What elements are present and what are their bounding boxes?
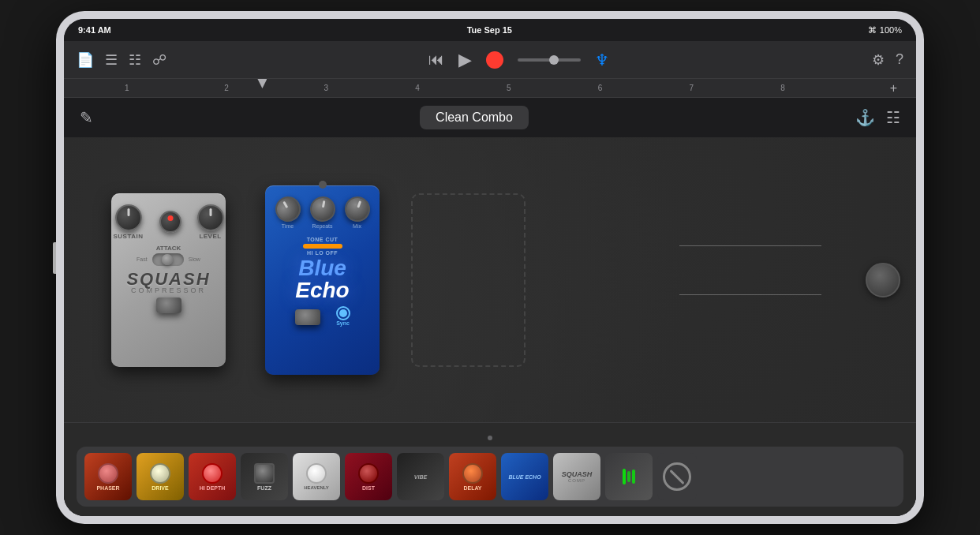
fx-preset-name-container[interactable]: Clean Combo [420, 106, 529, 129]
echo-knobs-row: Time Repeats Mix [275, 196, 370, 229]
ruler-mark-3: 3 [324, 84, 329, 92]
sustain-knob-group: SUSTAIN [113, 204, 143, 240]
echo-name-echo: Echo [295, 278, 349, 302]
tray-pedal-1[interactable]: PHASER [84, 453, 132, 500]
dot-indicator [159, 211, 181, 233]
squash-sub-text: COMPRESSOR [126, 286, 210, 294]
document-icon[interactable]: 📄 [77, 51, 94, 69]
tray-pedal-8[interactable]: DELAY [449, 453, 496, 500]
time-label: Time [282, 223, 294, 229]
tray-pedals-container: PHASER DRIVE HI DEPTH [77, 447, 903, 507]
sync-indicator [336, 306, 350, 320]
level-knob[interactable] [197, 204, 224, 231]
squash-brand-name: SQUASH COMPRESSOR [126, 271, 210, 294]
home-button[interactable] [866, 263, 900, 297]
tray-no-fx-button[interactable] [657, 453, 697, 500]
status-right: ⌘ 100% [868, 25, 902, 36]
echo-sync-group: Sync [336, 306, 350, 326]
rewind-button[interactable]: ⏮ [428, 51, 444, 69]
mix-knob[interactable] [341, 193, 373, 225]
pencil-icon[interactable]: ✎ [80, 108, 93, 127]
time-knob[interactable] [271, 192, 305, 226]
tray-indicator-dot [77, 429, 903, 443]
tray-pedal-6[interactable]: DIST [345, 453, 392, 500]
eq-icon[interactable]: ☍ [152, 51, 166, 69]
side-button[interactable] [53, 242, 56, 274]
repeats-label: Repeats [312, 223, 332, 229]
squash-text: SQUASH [126, 271, 210, 288]
echo-footswitch[interactable] [295, 309, 320, 325]
tray-pedal-9[interactable]: BLUE ECHO [501, 453, 548, 500]
status-date: Tue Sep 15 [467, 25, 512, 35]
attack-slider-thumb [162, 254, 173, 265]
attack-label: ATTACK [156, 245, 181, 252]
echo-name-blue: Blue [298, 256, 346, 280]
playhead [257, 79, 267, 88]
repeats-knob[interactable] [308, 194, 337, 223]
ruler-mark-8: 8 [780, 84, 785, 92]
sustain-label: SUSTAIN [113, 233, 143, 240]
tray-pedal-11[interactable] [605, 453, 653, 500]
sync-label: Sync [336, 320, 350, 326]
tray-pedal-7[interactable]: VIBE [397, 453, 444, 500]
help-icon[interactable]: ? [896, 51, 903, 68]
fx-header-right: ⚓ ☷ [855, 108, 900, 127]
sustain-knob[interactable] [115, 204, 142, 231]
add-track-button[interactable]: + [890, 81, 897, 95]
metronome-icon[interactable]: ♆ [595, 51, 609, 69]
tray-pedal-5[interactable]: HEAVENLY [293, 453, 340, 500]
slow-label: Slow [189, 256, 200, 262]
fx-header-left: ✎ [80, 108, 93, 127]
squash-footswitch[interactable] [156, 297, 181, 313]
fast-label: Fast [137, 256, 148, 262]
mixer-icon[interactable]: ☷ [129, 51, 141, 69]
toolbar-right: ⚙ ? [872, 51, 903, 69]
repeats-knob-group: Repeats [310, 196, 335, 229]
status-time: 9:41 AM [78, 25, 111, 35]
pedalboard-icon[interactable]: ☷ [886, 108, 900, 127]
echo-title: Blue Echo [295, 257, 349, 301]
callout-line-1 [679, 245, 821, 246]
echo-bottom: Sync [295, 306, 350, 326]
callout-line-2 [679, 294, 821, 295]
echo-hilo: HI LO OFF [307, 250, 338, 256]
attack-slider[interactable] [152, 253, 184, 266]
ruler-mark-7: 7 [689, 84, 694, 92]
tuner-icon[interactable]: ⚓ [855, 108, 875, 127]
pedalboard: SUSTAIN LEVEL ATTACK Fast [64, 137, 916, 422]
fx-header: ✎ Clean Combo ⚓ ☷ [64, 98, 916, 137]
timeline-ruler: 1 2 3 4 5 6 7 8 + [64, 79, 916, 98]
blue-echo-pedal[interactable]: Time Repeats Mix TONE CUT [265, 185, 380, 375]
tracks-icon[interactable]: ☰ [105, 51, 118, 69]
pedal-tray: PHASER DRIVE HI DEPTH [64, 422, 916, 516]
fx-preset-name: Clean Combo [436, 110, 513, 124]
record-button[interactable] [486, 51, 503, 69]
tray-pedal-2[interactable]: DRIVE [137, 453, 184, 500]
level-knob-group: LEVEL [197, 204, 224, 240]
play-button[interactable]: ▶ [458, 50, 472, 70]
attack-slider-row: Fast Slow [137, 253, 200, 266]
tray-pedal-3[interactable]: HI DEPTH [189, 453, 236, 500]
ruler-marks: 1 2 3 4 5 6 7 8 + [75, 79, 905, 97]
main-content: ✎ Clean Combo ⚓ ☷ SUSTAIN [64, 98, 916, 516]
squash-compressor-pedal[interactable]: SUSTAIN LEVEL ATTACK Fast [111, 193, 226, 367]
connector-input [319, 181, 327, 189]
battery-icon: 100% [880, 25, 902, 35]
volume-slider[interactable] [518, 58, 581, 62]
toolbar-center: ⏮ ▶ ♆ [428, 50, 609, 70]
echo-tone-cut: TONE CUT HI LO OFF [303, 237, 342, 256]
ruler-mark-4: 4 [415, 84, 420, 92]
toolbar-left: 📄 ☰ ☷ ☍ [77, 51, 166, 69]
status-bar: 9:41 AM Tue Sep 15 ⌘ 100% [64, 19, 916, 41]
tray-pedal-10[interactable]: SQUASH COMP [553, 453, 600, 500]
tray-dot-inner [488, 436, 492, 440]
empty-pedal-slot[interactable] [411, 193, 526, 367]
ruler-mark-5: 5 [507, 84, 511, 92]
ipad-screen: 9:41 AM Tue Sep 15 ⌘ 100% 📄 ☰ ☷ ☍ ⏮ ▶ [64, 19, 916, 516]
settings-icon[interactable]: ⚙ [872, 51, 885, 69]
tone-cut-indicator [303, 244, 342, 249]
tray-pedal-4[interactable]: FUZZ [241, 453, 288, 500]
ruler-mark-2: 2 [224, 84, 229, 92]
attack-section: ATTACK Fast Slow [137, 245, 200, 266]
time-knob-group: Time [275, 196, 301, 229]
